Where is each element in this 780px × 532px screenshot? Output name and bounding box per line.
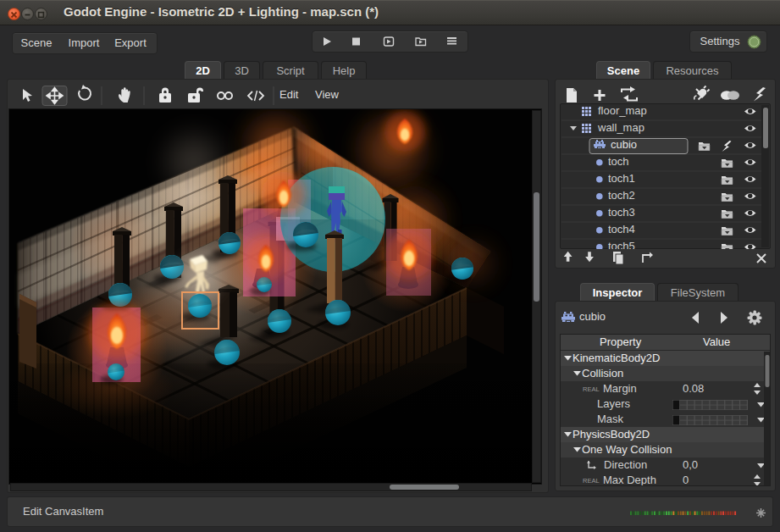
svg-text:REAL: REAL [583, 477, 600, 485]
svg-text:REAL: REAL [583, 385, 600, 393]
